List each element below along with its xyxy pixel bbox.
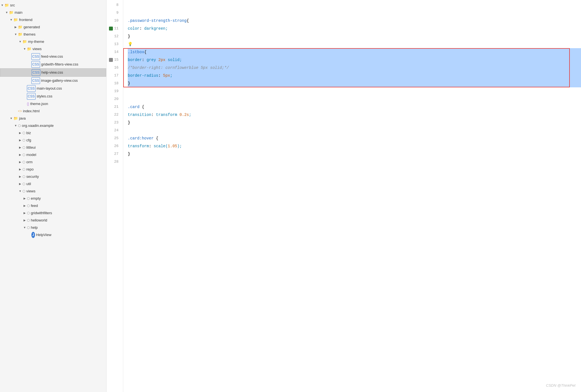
folder-icon: 📁 [27, 46, 31, 52]
code-line-24[interactable] [128, 127, 581, 134]
tree-item-label: src [10, 2, 15, 8]
code-line-16[interactable]: /*border-right: cornflowerblue 5px solid… [128, 64, 581, 72]
code-text: } [128, 150, 130, 158]
code-line-19[interactable] [128, 87, 581, 95]
chevron-icon: ▶ [18, 159, 22, 165]
code-line-17[interactable]: border-radius: 5px; [128, 72, 581, 80]
tree-item-label: util [26, 181, 31, 187]
code-line-12[interactable]: } [128, 32, 581, 40]
line-number-14: 14 [106, 48, 118, 56]
line-number-20: 20 [106, 95, 118, 103]
tree-item-generated[interactable]: ▶📁generated [0, 24, 106, 31]
tree-item-org.vaadin.example[interactable]: ▼⬡org.vaadin.example [0, 122, 106, 129]
tree-item-image-gallery-view.css[interactable]: ▶CSSimage-gallery-view.css [0, 77, 106, 85]
code-line-14[interactable]: .lstbox{ [128, 48, 581, 56]
tree-item-label: biz [26, 130, 31, 136]
tree-item-main-layout.css[interactable]: ▶CSSmain-layout.css [0, 85, 106, 92]
tree-item-gridwithfilters[interactable]: ▶⬡gridwithfilters [0, 209, 106, 217]
code-line-10[interactable]: .password-strength-strong{ [128, 17, 581, 25]
code-line-27[interactable]: } [128, 150, 581, 158]
line-number-10: 10 [106, 17, 118, 25]
tree-item-src[interactable]: ▼📁src [0, 2, 106, 9]
line-number-28: 28 [106, 158, 118, 166]
tree-item-label: HelpView [36, 232, 52, 238]
tree-item-feed-view.css[interactable]: ▶CSSfeed-view.css [0, 53, 106, 60]
tree-item-model[interactable]: ▶⬡model [0, 151, 106, 158]
tree-item-label: image-gallery-view.css [41, 78, 78, 84]
code-line-28[interactable] [128, 158, 581, 166]
code-line-26[interactable]: transform: scale(1.05); [128, 142, 581, 150]
tree-item-label: model [26, 152, 36, 158]
tree-item-label: views [26, 188, 36, 194]
package-icon: ⬡ [27, 203, 30, 209]
tree-item-label: cfg [26, 137, 31, 143]
chevron-icon: ▼ [0, 2, 4, 8]
code-line-9[interactable] [128, 9, 581, 17]
file-tree-panel: ▼📁src▼📁main▼📁frontend▶📁generated▼📁themes… [0, 0, 106, 392]
tree-item-label: generated [24, 24, 40, 30]
tree-item-java[interactable]: ▼📁java [0, 115, 106, 122]
tree-item-feed[interactable]: ▶⬡feed [0, 202, 106, 209]
code-text: .password-strength-strong{ [128, 17, 189, 25]
css-file-icon: CSS [27, 93, 36, 100]
package-icon: ⬡ [22, 130, 25, 136]
code-line-15[interactable]: border: grey 2px solid; [128, 56, 581, 64]
package-icon: ⬡ [22, 159, 25, 165]
chevron-icon: ▶ [18, 137, 22, 143]
tree-item-label: littleui [26, 144, 36, 151]
package-icon: ⬡ [22, 144, 25, 151]
code-line-21[interactable]: .card { [128, 103, 581, 111]
tree-item-helloworld[interactable]: ▶⬡helloworld [0, 217, 106, 224]
tree-item-label: themes [24, 31, 36, 38]
folder-icon: 📁 [18, 24, 22, 30]
chevron-icon: ▼ [13, 31, 18, 38]
code-text: .card { [128, 103, 144, 111]
code-line-23[interactable]: } [128, 119, 581, 127]
line-number-19: 19 [106, 87, 118, 95]
tree-item-util[interactable]: ▶⬡util [0, 180, 106, 188]
folder-icon: 📁 [22, 39, 27, 45]
code-content[interactable]: .password-strength-strong{ color: darkgr… [123, 0, 581, 392]
code-line-13[interactable]: 💡 [128, 40, 581, 48]
tree-item-repo[interactable]: ▶⬡repo [0, 166, 106, 173]
tree-item-label: main-layout.css [37, 85, 62, 92]
tree-item-orm[interactable]: ▶⬡orm [0, 158, 106, 166]
tree-item-frontend[interactable]: ▼📁frontend [0, 16, 106, 24]
code-text: color: darkgreen; [128, 25, 168, 32]
code-line-25[interactable]: .card:hover { [128, 134, 581, 142]
tree-item-empty[interactable]: ▶⬡empty [0, 195, 106, 202]
tree-item-index.html[interactable]: ▶<>index.html [0, 108, 106, 115]
code-line-8[interactable] [128, 1, 581, 9]
code-line-11[interactable]: color: darkgreen; [128, 25, 581, 32]
folder-icon: 📁 [18, 31, 22, 38]
css-file-icon: CSS [32, 69, 40, 76]
code-line-18[interactable]: } [128, 80, 581, 87]
tree-item-help[interactable]: ▼⬡help [0, 224, 106, 231]
tree-item-gridwith-filters-view.css[interactable]: ▶CSSgridwith-filters-view.css [0, 60, 106, 68]
tree-item-themes[interactable]: ▼📁themes [0, 31, 106, 38]
tree-item-views[interactable]: ▼📁views [0, 45, 106, 53]
code-editor: 8910111213141516171819202122232425262728… [106, 0, 581, 392]
tree-item-cfg[interactable]: ▶⬡cfg [0, 137, 106, 144]
tree-item-biz[interactable]: ▶⬡biz [0, 129, 106, 137]
tree-item-HelpView[interactable]: ▶JHelpView [0, 231, 106, 239]
line-number-9: 9 [106, 9, 118, 17]
tree-item-my-theme[interactable]: ▼📁my-theme [0, 38, 106, 45]
code-text: } [128, 119, 130, 127]
line-number-25: 25 [106, 134, 118, 142]
chevron-icon: ▶ [22, 195, 27, 202]
tree-item-security[interactable]: ▶⬡security [0, 173, 106, 180]
tree-item-views-java[interactable]: ▼⬡views [0, 188, 106, 195]
chevron-icon: ▼ [22, 46, 27, 52]
tree-item-label: theme.json [30, 101, 48, 107]
tree-item-theme.json[interactable]: ▶{}theme.json [0, 100, 106, 108]
code-line-20[interactable] [128, 95, 581, 103]
tree-item-help-view.css[interactable]: ▶CSShelp-view.css [0, 68, 106, 77]
code-line-22[interactable]: transition: transform 0.2s; [128, 111, 581, 119]
tree-item-main[interactable]: ▼📁main [0, 9, 106, 16]
tree-item-styles.css[interactable]: ▶CSSstyles.css [0, 92, 106, 100]
chevron-icon: ▶ [18, 130, 22, 136]
lightbulb-icon: 💡 [128, 40, 133, 48]
css-file-icon: CSS [31, 61, 40, 68]
tree-item-littleui[interactable]: ▶⬡littleui [0, 144, 106, 151]
